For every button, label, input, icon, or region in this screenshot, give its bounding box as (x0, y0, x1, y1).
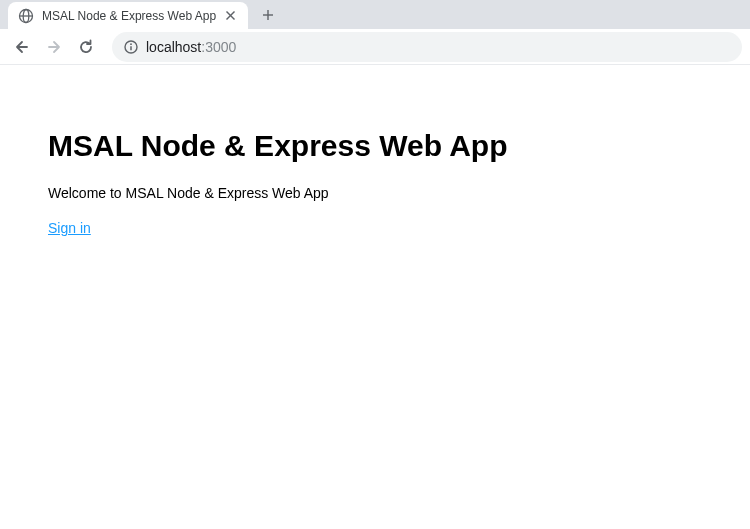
new-tab-button[interactable] (254, 1, 282, 29)
url-host: localhost (146, 39, 201, 55)
close-tab-button[interactable] (222, 8, 238, 24)
svg-point-8 (130, 43, 132, 45)
forward-button[interactable] (40, 33, 68, 61)
browser-tab[interactable]: MSAL Node & Express Web App (8, 2, 248, 29)
globe-icon (18, 8, 34, 24)
site-info-icon[interactable] (124, 40, 138, 54)
page-content: MSAL Node & Express Web App Welcome to M… (0, 65, 750, 301)
url-port: :3000 (201, 39, 236, 55)
signin-link[interactable]: Sign in (48, 220, 91, 236)
tab-strip: MSAL Node & Express Web App (0, 0, 750, 29)
browser-toolbar: localhost:3000 (0, 29, 750, 65)
address-bar[interactable]: localhost:3000 (112, 32, 742, 62)
page-title: MSAL Node & Express Web App (48, 129, 702, 163)
reload-button[interactable] (72, 33, 100, 61)
url-display: localhost:3000 (146, 38, 236, 56)
welcome-text: Welcome to MSAL Node & Express Web App (48, 185, 702, 201)
back-button[interactable] (8, 33, 36, 61)
tab-title: MSAL Node & Express Web App (42, 9, 216, 23)
